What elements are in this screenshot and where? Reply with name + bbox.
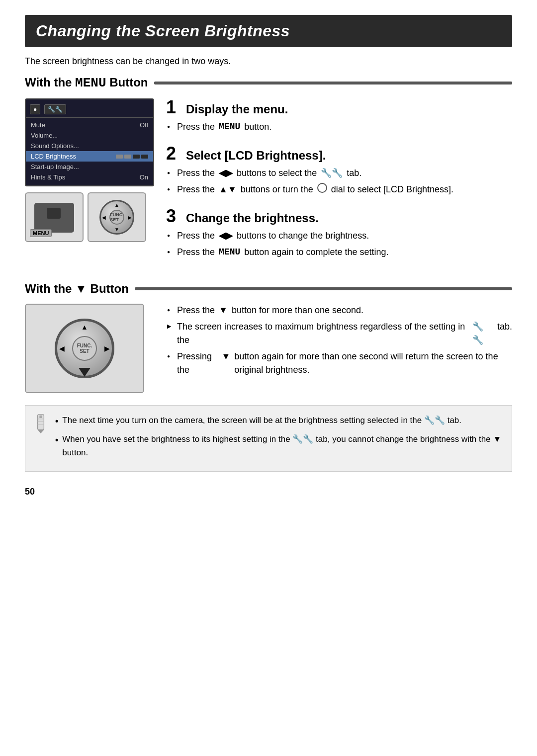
section2-header-text: With the ▼ Button	[25, 282, 129, 296]
menu-hints-value: On	[140, 173, 148, 181]
section2-header-line	[135, 287, 512, 290]
section2-header: With the ▼ Button	[25, 282, 512, 296]
dial2-up: ▲	[81, 323, 88, 331]
step1-header: 1 Display the menu.	[166, 98, 512, 116]
menu-row-startup: Start-up Image...	[26, 162, 153, 172]
camera-lens	[47, 208, 61, 219]
step1-bullets: Press the MENU button.	[166, 120, 512, 134]
section2-bullet1: Press the ▼ button for more than one sec…	[166, 304, 512, 317]
section1-header-line	[154, 82, 513, 84]
section2-button: Button	[90, 282, 129, 295]
dial-up-arrow: ▲	[114, 202, 119, 208]
menu-sound-label: Sound Options...	[31, 142, 79, 150]
step3-header: 3 Change the brightness.	[166, 207, 512, 225]
menu-mute-label: Mute	[31, 121, 45, 129]
dial2-left: ◀	[59, 344, 65, 352]
pencil-svg	[32, 414, 49, 433]
svg-marker-2	[38, 430, 44, 433]
note-bullet1: The next time you turn on the camera, th…	[55, 414, 502, 428]
section1-header: With the MENU Button	[25, 76, 512, 90]
menu-row-hints: Hints & Tips On	[26, 172, 153, 182]
note-box: The next time you turn on the camera, th…	[25, 405, 512, 472]
step2-number: 2	[166, 145, 180, 163]
title-banner: Changing the Screen Brightness	[25, 15, 512, 47]
camera-dial2: ▲ ◀ ▶ FUNC.SET	[55, 319, 114, 378]
step1-menu-mono: MENU	[219, 120, 240, 134]
menu-mute-value: Off	[140, 121, 148, 129]
down-arrow-note: ▼	[493, 434, 501, 444]
wrench-icon-box: 🔧🔧	[44, 104, 66, 114]
section2-result1: The screen increases to maximum brightne…	[166, 320, 512, 347]
svg-rect-1	[39, 416, 42, 418]
section1-menu-mono: MENU	[75, 76, 106, 90]
page-number: 50	[25, 487, 512, 497]
section1-header-with: With the	[25, 76, 72, 89]
wrench-tab-note2: 🔧🔧	[292, 434, 313, 444]
section2-bullets: Press the ▼ button for more than one sec…	[166, 304, 512, 317]
note-text2: When you have set the brightness to its …	[62, 432, 502, 459]
step2-header: 2 Select [LCD Brightness].	[166, 145, 512, 163]
camera-dial-box2: ▲ ◀ ▶ FUNC.SET	[25, 304, 144, 393]
bar-seg3	[133, 155, 140, 159]
dial-arrows: ▲ ▼ ◀ ▶	[101, 201, 133, 233]
down-arrow1: ▼	[219, 304, 228, 317]
menu-row-volume: Volume...	[26, 130, 153, 141]
section1-left: ● 🔧🔧 Mute Off Volume... Sound Options...…	[25, 98, 154, 270]
dial2-down-indicator	[79, 368, 90, 377]
camera-dial-box: ▲ ▼ ◀ ▶ FUNC.SET	[88, 192, 146, 242]
lr-arrows2: ◀▶	[219, 229, 233, 243]
section1-header-button: Button	[109, 76, 148, 89]
step2: 2 Select [LCD Brightness]. Press the ◀▶ …	[166, 145, 512, 196]
section1-header-text: With the MENU Button	[25, 76, 148, 90]
section1-right: 1 Display the menu. Press the MENU butto…	[166, 98, 512, 270]
bar-seg4	[141, 155, 148, 159]
wrench-tab-note1: 🔧🔧	[424, 416, 445, 425]
step2-bullet1: Press the ◀▶ buttons to select the 🔧🔧 ta…	[166, 167, 512, 180]
step1-number: 1	[166, 98, 180, 116]
dial2-inner: FUNC.SET	[72, 336, 97, 361]
menu-hints-label: Hints & Tips	[31, 173, 65, 181]
camera-controls: MENU ▲ ▼ ◀ ▶ FUNC.SET	[25, 192, 154, 242]
wrench-tab-symbol2: 🔧🔧	[472, 320, 493, 347]
step1-bullet1: Press the MENU button.	[166, 120, 512, 134]
menu-lcd-bar	[116, 153, 148, 160]
page-title: Changing the Screen Brightness	[36, 22, 501, 40]
dial-down-arrow: ▼	[114, 227, 119, 232]
menu-volume-label: Volume...	[31, 132, 58, 139]
step3-title: Change the brightness.	[186, 211, 319, 225]
step1-title: Display the menu.	[186, 102, 288, 116]
step2-bullets: Press the ◀▶ buttons to select the 🔧🔧 ta…	[166, 167, 512, 196]
step2-bullet2: Press the ▲▼ buttons or turn the dial to…	[166, 183, 512, 196]
bar-seg1	[116, 155, 123, 159]
camera-dial: ▲ ▼ ◀ ▶ FUNC.SET	[99, 200, 134, 235]
menu-mockup: ● 🔧🔧 Mute Off Volume... Sound Options...…	[25, 98, 154, 186]
menu-row-mute: Mute Off	[26, 120, 153, 130]
ud-arrows: ▲▼	[219, 183, 237, 196]
section1-content: ● 🔧🔧 Mute Off Volume... Sound Options...…	[25, 98, 512, 270]
step3-bullet2: Press the MENU button again to complete …	[166, 246, 512, 259]
dial-symbol	[317, 183, 327, 193]
lr-arrows: ◀▶	[219, 167, 233, 180]
note-text1: The next time you turn on the camera, th…	[62, 414, 461, 427]
section2-with: With the	[25, 282, 72, 295]
step3-bullets: Press the ◀▶ buttons to change the brigh…	[166, 229, 512, 259]
menu-row-sound: Sound Options...	[26, 141, 153, 151]
camera-menu-box: MENU	[25, 192, 84, 242]
note-pencil-icon	[32, 414, 49, 433]
section2-bullets2: Pressing the ▼ button again for more tha…	[166, 350, 512, 377]
step3-menu-mono: MENU	[219, 246, 240, 259]
wrench-tab-symbol1: 🔧🔧	[321, 167, 343, 180]
menu-lcd-label: LCD Brightness	[31, 153, 76, 160]
note-bullet2: When you have set the brightness to its …	[55, 432, 502, 459]
menu-button-label: MENU	[30, 229, 52, 237]
dial2-right: ▶	[104, 344, 110, 352]
down-arrow2: ▼	[221, 350, 230, 363]
section2-left: ▲ ◀ ▶ FUNC.SET	[25, 304, 154, 393]
intro-text: The screen brightness can be changed in …	[25, 56, 512, 67]
dial-right-arrow: ▶	[128, 215, 132, 220]
step3-bullet1: Press the ◀▶ buttons to change the brigh…	[166, 229, 512, 243]
camera-icon-box: ●	[30, 104, 40, 114]
section2-right: Press the ▼ button for more than one sec…	[166, 304, 512, 393]
menu-row-lcd: LCD Brightness	[26, 151, 153, 162]
step2-title: Select [LCD Brightness].	[186, 149, 326, 163]
